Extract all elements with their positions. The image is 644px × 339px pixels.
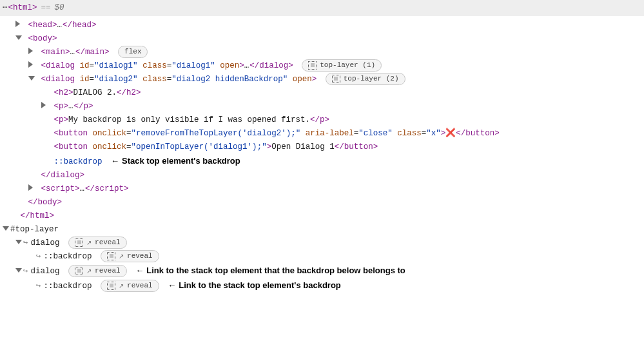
cross-icon: ❌	[445, 129, 456, 138]
expand-toggle[interactable]	[28, 46, 36, 52]
annotation-stack-top-backdrop: ←Stack top element's backdrop	[111, 156, 240, 166]
top-layer-dialog-1[interactable]: ↪dialog ↗reveal	[0, 237, 644, 250]
equals-label: ==	[41, 1, 51, 15]
tag-open: <head>	[28, 21, 57, 30]
collapse-toggle[interactable]	[15, 265, 23, 271]
collapse-toggle[interactable]	[15, 32, 23, 39]
wrap-arrow-icon: ↪	[23, 238, 28, 247]
node-dialog2-close[interactable]: </dialog>	[0, 169, 644, 182]
node-head[interactable]: <head>…</head>	[0, 19, 644, 32]
attr-value: "dialog2"	[94, 75, 138, 84]
reveal-badge-icon	[75, 238, 83, 247]
attr-value: "close"	[358, 129, 393, 138]
attr-name: onclick	[93, 129, 127, 138]
html-open-tag[interactable]: <html>	[8, 1, 37, 15]
top-layer-backdrop-2[interactable]: ↪::backdrop ↗reveal ←Link to the stack t…	[0, 278, 644, 293]
node-body[interactable]: <body>	[0, 32, 644, 46]
badge-label: reveal	[127, 279, 153, 293]
top-layer-backdrop-1[interactable]: ↪::backdrop ↗reveal	[0, 250, 644, 264]
node-dialog2[interactable]: <dialog id="dialog2" class="dialog2 hidd…	[0, 73, 644, 86]
top-layer-badge-1[interactable]: top-layer (1)	[302, 59, 382, 72]
tag-close: </button>	[456, 129, 500, 138]
node-p-collapsed[interactable]: <p>…</p>	[0, 100, 644, 113]
node-pseudo-backdrop[interactable]: ::backdrop ←Stack top element's backdrop	[0, 154, 644, 169]
attr-name: class	[142, 75, 167, 84]
node-body-close[interactable]: </body>	[0, 196, 644, 209]
attr-name: open	[220, 61, 239, 70]
reveal-badge-icon	[107, 282, 115, 290]
node-button-close[interactable]: <button onclick="removeFromTheTopLayer('…	[0, 127, 644, 140]
flex-badge[interactable]: flex	[118, 46, 148, 58]
pill-arrow-icon: ↗	[86, 236, 92, 249]
arrow-left-icon: ←	[111, 156, 119, 166]
tag-open: <dialog	[41, 75, 75, 84]
equals-sign: =	[90, 61, 95, 70]
attr-value: "dialog2 hiddenBackdrop"	[171, 75, 288, 84]
node-h2[interactable]: <h2>DIALOG 2.</h2>	[0, 86, 644, 100]
tag-close: </h2>	[117, 88, 141, 97]
top-layer-badge-icon	[332, 75, 340, 83]
attr-name: id	[80, 75, 90, 84]
top-layer-root[interactable]: #top-layer	[0, 223, 644, 237]
attr-value: "dialog1"	[171, 61, 215, 70]
collapse-toggle[interactable]	[28, 73, 36, 79]
equals-sign: =	[126, 142, 132, 151]
expand-toggle[interactable]	[28, 182, 36, 189]
pill-arrow-icon: ↗	[119, 279, 124, 293]
tag-close: </script>	[85, 184, 129, 193]
attr-name: aria-label	[306, 129, 354, 138]
dialog-label: dialog	[31, 238, 60, 247]
node-p-text[interactable]: <p>My backdrop is only visible if I was …	[0, 113, 644, 127]
ellipsis-icon: …	[68, 102, 74, 111]
top-layer-dialog-2[interactable]: ↪dialog ↗reveal ←Link to the stack top e…	[0, 264, 644, 278]
ellipsis-icon: …	[80, 184, 86, 193]
attr-name: open	[293, 75, 312, 84]
ellipsis-icon: …	[70, 48, 76, 57]
collapse-toggle[interactable]	[3, 223, 10, 229]
equals-sign: =	[90, 75, 95, 84]
equals-sign: =	[126, 129, 132, 138]
tag-close: </main>	[75, 48, 110, 57]
node-html-close[interactable]: </html>	[0, 209, 644, 223]
pseudo-element: ::backdrop	[54, 157, 102, 166]
node-dialog1[interactable]: <dialog id="dialog1" class="dialog1" ope…	[0, 59, 644, 73]
expand-toggle[interactable]	[41, 100, 49, 106]
top-layer-badge-icon	[308, 61, 317, 70]
attr-value: "removeFromTheTopLayer('dialog2');"	[132, 129, 301, 138]
tag-close: </head>	[63, 21, 97, 30]
arrow-left-icon: ←	[135, 266, 144, 275]
top-layer-badge-2[interactable]: top-layer (2)	[326, 73, 405, 85]
reveal-button[interactable]: ↗reveal	[68, 265, 127, 277]
tag-close: </dialog>	[249, 61, 293, 70]
wrap-arrow-icon: ↪	[36, 252, 41, 261]
node-script[interactable]: <script>…</script>	[0, 182, 644, 196]
reveal-button[interactable]: ↗reveal	[101, 250, 159, 262]
badge-label: flex	[124, 45, 141, 59]
collapse-toggle[interactable]	[15, 237, 23, 243]
pill-arrow-icon: ↗	[119, 249, 124, 263]
tag-close: </p>	[74, 102, 93, 111]
top-layer-label: #top-layer	[10, 225, 59, 234]
tag-close: </html>	[21, 211, 55, 220]
pill-arrow-icon: ↗	[86, 264, 92, 278]
badge-label: reveal	[95, 236, 121, 249]
expand-toggle[interactable]	[15, 19, 23, 25]
badge-label: top-layer (1)	[320, 59, 375, 72]
dom-tree: <head>…</head> <body> <main>…</main> fle…	[0, 16, 644, 301]
reveal-button[interactable]: ↗reveal	[68, 237, 127, 249]
ellipsis-icon: …	[244, 61, 250, 70]
node-button-open-dialog1[interactable]: <button onclick="openInTopLayer('dialog1…	[0, 140, 644, 154]
attr-name: class	[142, 61, 167, 70]
expand-toggle[interactable]	[28, 59, 36, 66]
reveal-button[interactable]: ↗reveal	[101, 280, 159, 292]
node-main[interactable]: <main>…</main> flex	[0, 46, 644, 59]
backdrop-label: ::backdrop	[44, 282, 92, 291]
badge-label: reveal	[95, 264, 121, 278]
tag-close: </button>	[335, 142, 378, 151]
badge-label: reveal	[127, 249, 153, 263]
tag-close: </p>	[310, 115, 329, 124]
dialog-label: dialog	[31, 267, 60, 276]
annotation-text: Link to the stack top element that the b…	[146, 266, 405, 275]
tag-open: <body>	[28, 34, 57, 43]
wrap-arrow-icon: ↪	[23, 267, 28, 276]
